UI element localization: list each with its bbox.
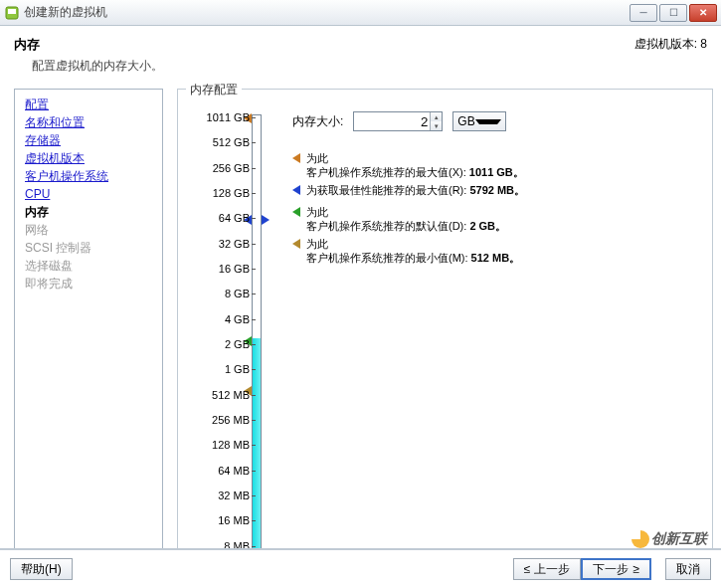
help-button[interactable]: 帮助(H) (10, 558, 73, 580)
scale-tick: 32 GB (219, 238, 250, 250)
wizard-steps-sidebar: 配置 名称和位置 存储器 虚拟机版本 客户机操作系统 CPU 内存 网络 SCS… (14, 89, 163, 575)
scale-tick: 64 GB (219, 212, 250, 224)
cancel-button[interactable]: 取消 (665, 558, 711, 580)
watermark: 创新互联 (631, 530, 707, 548)
marker-thumb[interactable] (262, 215, 270, 225)
scale-tick: 128 GB (213, 187, 250, 199)
sidebar-item[interactable]: 客户机操作系统 (25, 167, 152, 185)
memory-size-label: 内存大小: (292, 113, 343, 130)
scale-tick: 64 MB (218, 465, 250, 477)
scale-tick: 256 MB (212, 414, 250, 426)
memory-size-spinner[interactable]: ▲▼ (430, 112, 442, 130)
group-title: 内存配置 (186, 82, 242, 98)
page-subtitle: 配置虚拟机的内存大小。 (14, 58, 634, 75)
scale-tick: 512 MB (212, 389, 250, 401)
titlebar: 创建新的虚拟机 ─ ☐ ✕ (0, 0, 721, 26)
wizard-button-bar: 帮助(H) ≤上一步 下一步≥ 取消 (0, 548, 721, 588)
scale-tick: 128 MB (212, 439, 250, 451)
window-title: 创建新的虚拟机 (24, 4, 630, 21)
triangle-icon (292, 207, 300, 217)
scale-tick: 16 GB (219, 263, 250, 275)
memory-scale: 1011 GB512 GB256 GB128 GB64 GB32 GB16 GB… (190, 111, 279, 564)
rec-max-guest: 为此客户机操作系统推荐的最大值(X): 1011 GB。 (292, 151, 700, 179)
sidebar-item[interactable]: 虚拟机版本 (25, 149, 152, 167)
wizard-header: 内存 配置虚拟机的内存大小。 虚拟机版本: 8 (0, 26, 721, 89)
memory-unit-select[interactable]: GB (452, 111, 506, 131)
maximize-button[interactable]: ☐ (659, 4, 687, 22)
sidebar-item-disabled: SCSI 控制器 (25, 239, 152, 257)
scale-tick: 8 GB (225, 288, 250, 299)
scale-tick: 1 GB (225, 363, 250, 375)
watermark-logo-icon (631, 530, 649, 548)
page-title: 内存 (14, 36, 634, 54)
sidebar-item[interactable]: 名称和位置 (25, 113, 152, 131)
sidebar-item-disabled: 网络 (25, 221, 152, 239)
triangle-icon (292, 239, 300, 249)
triangle-icon (292, 185, 300, 195)
memory-slider-fill (253, 338, 261, 561)
memory-size-row: 内存大小: ▲▼ GB (292, 111, 712, 131)
sidebar-item[interactable]: 配置 (25, 96, 152, 113)
sidebar-item[interactable]: 存储器 (25, 131, 152, 149)
scale-tick: 2 GB (225, 338, 250, 350)
scale-tick: 32 MB (218, 490, 250, 501)
vm-version: 虚拟机版本: 8 (634, 36, 707, 75)
scale-tick: 256 GB (213, 162, 250, 174)
back-button[interactable]: ≤上一步 (513, 558, 582, 580)
rec-default: 为此客户机操作系统推荐的默认值(D): 2 GB。 (292, 205, 700, 233)
rec-min-guest: 为此客户机操作系统推荐的最小值(M): 512 MB。 (292, 237, 700, 265)
scale-tick: 16 MB (218, 514, 250, 526)
triangle-icon (292, 153, 300, 163)
memory-config-group: 内存配置 1011 GB512 GB256 GB128 GB64 GB32 GB… (177, 89, 713, 575)
sidebar-item[interactable]: CPU (25, 185, 152, 203)
minimize-button[interactable]: ─ (630, 4, 657, 22)
svg-rect-1 (8, 9, 16, 14)
chevron-down-icon (475, 119, 501, 124)
sidebar-item-disabled: 选择磁盘 (25, 257, 152, 275)
close-button[interactable]: ✕ (689, 4, 717, 22)
scale-tick: 4 GB (225, 313, 250, 325)
scale-tick: 1011 GB (207, 111, 250, 123)
scale-tick: 512 GB (213, 136, 250, 148)
memory-slider-track[interactable] (252, 114, 262, 561)
sidebar-item-current: 内存 (25, 203, 152, 221)
rec-best-perf: 为获取最佳性能推荐的最大值(R): 5792 MB。 (292, 183, 700, 197)
next-button[interactable]: 下一步≥ (581, 558, 651, 580)
app-icon (4, 5, 20, 21)
sidebar-item-disabled: 即将完成 (25, 275, 152, 293)
